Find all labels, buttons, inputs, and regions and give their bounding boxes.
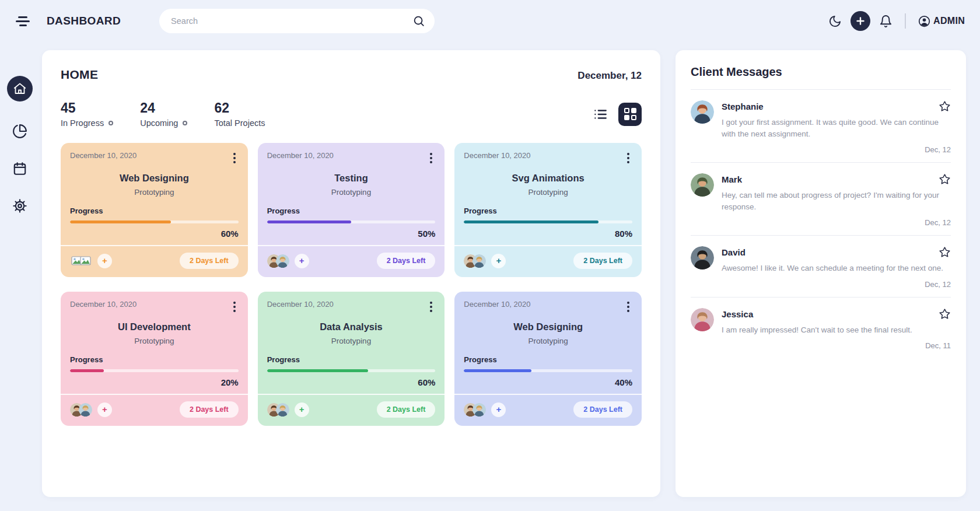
project-subtitle: Prototyping (464, 188, 632, 197)
project-date: December 10, 2020 (464, 151, 530, 160)
message-item: David Awesome! I like it. We can schedul… (691, 236, 951, 298)
message-date: Dec, 12 (722, 145, 951, 154)
project-title: Data Analysis (267, 321, 436, 332)
add-member-button[interactable]: + (295, 402, 309, 417)
project-subtitle: Prototyping (267, 337, 436, 345)
add-member-button[interactable]: + (491, 402, 506, 417)
topbar-divider (905, 13, 906, 29)
admin-menu[interactable]: ADMIN (918, 15, 965, 27)
member-avatars (267, 254, 289, 268)
progress-track (464, 369, 632, 372)
messages-list: Stephanie I got your first assignment. I… (691, 90, 951, 358)
progress-track (267, 369, 436, 372)
progress-track (70, 220, 239, 223)
menu-icon[interactable] (15, 16, 30, 26)
grid-view-icon[interactable] (618, 103, 642, 126)
member-avatars (464, 254, 486, 268)
search-icon[interactable] (412, 15, 425, 27)
sender-name: Mark (722, 173, 742, 184)
add-member-button[interactable]: + (97, 254, 112, 268)
project-date: December 10, 2020 (70, 300, 136, 309)
calendar-icon (12, 161, 27, 176)
stat-dot-icon (183, 121, 187, 125)
message-item: Mark Hey, can tell me about progress of … (691, 163, 951, 236)
current-date: December, 12 (578, 70, 642, 82)
sidebar-item-settings[interactable] (12, 198, 27, 214)
message-text: I got your first assignment. It was quit… (722, 117, 951, 139)
stats-row: 45 In Progress 24 Upcoming 62 Total Proj… (61, 100, 642, 128)
star-icon[interactable] (939, 246, 951, 258)
pie-chart-icon (12, 124, 27, 139)
sidebar-item-analytics[interactable] (12, 124, 27, 139)
member-avatars (267, 403, 289, 416)
project-date: December 10, 2020 (267, 151, 334, 160)
star-icon[interactable] (939, 173, 951, 186)
admin-label: ADMIN (933, 16, 965, 26)
bell-icon[interactable] (879, 15, 892, 28)
avatar (79, 403, 92, 416)
stat-dot-icon (108, 121, 113, 125)
sidebar-item-home[interactable] (7, 76, 33, 102)
projects-grid: December 10, 2020 Web Designing Prototyp… (61, 143, 642, 426)
broken-image-icon (79, 254, 92, 268)
progress-percent: 50% (267, 229, 436, 239)
days-left-badge: 2 Days Left (573, 401, 632, 418)
kebab-menu-icon[interactable] (624, 300, 632, 314)
star-icon[interactable] (939, 100, 951, 113)
moon-icon[interactable] (828, 15, 842, 28)
list-view-icon[interactable] (593, 107, 608, 122)
add-member-button[interactable]: + (491, 254, 506, 268)
kebab-menu-icon[interactable] (427, 300, 435, 314)
topbar-actions: ADMIN (828, 11, 965, 31)
stat-value: 24 (140, 100, 187, 116)
project-subtitle: Prototyping (70, 188, 239, 197)
progress-percent: 60% (267, 377, 436, 387)
kebab-menu-icon[interactable] (230, 151, 239, 165)
project-card: December 10, 2020 Data Analysis Prototyp… (258, 292, 445, 426)
project-card: December 10, 2020 Svg Animations Prototy… (454, 143, 642, 277)
message-date: Dec, 11 (722, 341, 951, 350)
project-subtitle: Prototyping (70, 337, 239, 345)
project-date: December 10, 2020 (464, 300, 530, 309)
kebab-menu-icon[interactable] (230, 300, 239, 314)
progress-fill (464, 369, 531, 372)
progress-track (267, 220, 436, 223)
progress-label: Progress (70, 355, 239, 364)
app-title: DASHBOARD (47, 15, 121, 27)
avatar (691, 308, 714, 331)
days-left-badge: 2 Days Left (377, 401, 436, 418)
plus-button[interactable] (850, 11, 870, 31)
star-icon[interactable] (939, 308, 951, 320)
avatar (276, 254, 289, 268)
stat-total-projects: 62 Total Projects (214, 100, 265, 128)
kebab-menu-icon[interactable] (427, 151, 435, 165)
search-input[interactable] (159, 9, 435, 33)
progress-label: Progress (267, 206, 436, 215)
progress-fill (267, 369, 368, 372)
message-item: Jessica I am really impressed! Can't wai… (691, 298, 951, 359)
message-text: Awesome! I like it. We can schedule a me… (722, 262, 951, 274)
progress-percent: 20% (70, 377, 239, 387)
stat-upcoming: 24 Upcoming (140, 100, 187, 128)
project-title: UI Development (70, 321, 239, 332)
stat-value: 62 (214, 100, 265, 116)
page-title: HOME (61, 68, 98, 82)
project-title: Web Designing (70, 173, 239, 184)
search-bar (159, 9, 435, 33)
project-subtitle: Prototyping (267, 188, 436, 197)
divider (61, 245, 248, 246)
project-date: December 10, 2020 (267, 300, 334, 309)
kebab-menu-icon[interactable] (624, 151, 632, 165)
main-panel: HOME December, 12 45 In Progress 24 Upco… (42, 50, 660, 497)
sidebar-item-calendar[interactable] (12, 161, 27, 176)
progress-label: Progress (70, 206, 239, 215)
avatar (473, 254, 486, 268)
divider (454, 394, 642, 395)
project-date: December 10, 2020 (70, 151, 136, 160)
settings-gear-icon (12, 198, 27, 214)
add-member-button[interactable]: + (295, 254, 309, 268)
add-member-button[interactable]: + (97, 402, 112, 417)
progress-label: Progress (267, 355, 436, 364)
top-bar: DASHBOARD (0, 0, 980, 42)
user-icon (918, 15, 930, 27)
